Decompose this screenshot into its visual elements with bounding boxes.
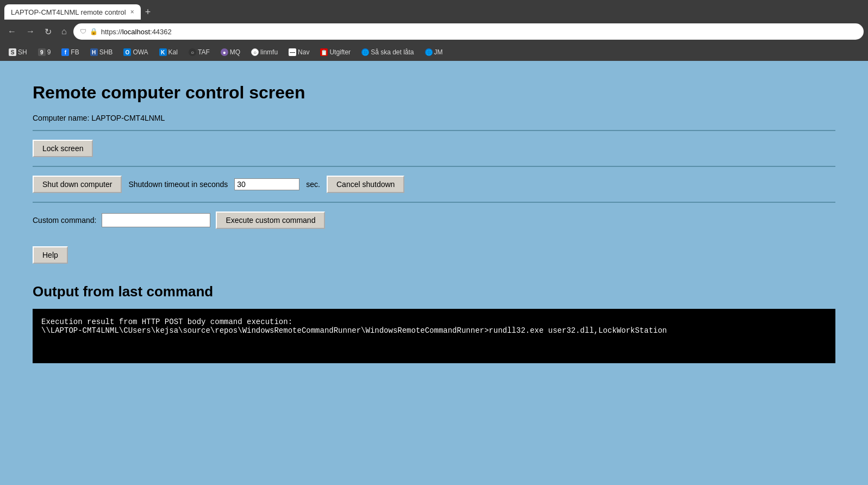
bookmark-taf-label: TAF: [198, 48, 210, 56]
bookmark-jm-label: JM: [434, 48, 443, 56]
lock-screen-button[interactable]: Lock screen: [33, 140, 93, 157]
lock-screen-section: Lock screen: [33, 130, 835, 166]
refresh-button[interactable]: ↻: [41, 24, 55, 39]
address-port: :44362: [150, 28, 172, 36]
bookmark-fb-icon: f: [61, 48, 69, 56]
bookmark-taf[interactable]: ○ TAF: [184, 47, 214, 58]
page-content: Remote computer control screen Computer …: [0, 61, 868, 485]
shutdown-button[interactable]: Shut down computer: [33, 176, 122, 193]
bookmark-owa-label: OWA: [133, 48, 148, 56]
bookmark-mq[interactable]: ● MQ: [216, 47, 245, 58]
bookmark-owa[interactable]: O OWA: [119, 47, 152, 58]
address-prefix: https://: [101, 28, 122, 36]
bookmark-shb-label: SHB: [99, 48, 113, 56]
output-heading: Output from last command: [33, 283, 835, 300]
computer-name-value: LAPTOP-CMT4LNML: [91, 114, 165, 122]
shutdown-section: Shut down computer Shutdown timeout in s…: [33, 166, 835, 202]
active-tab[interactable]: LAPTOP-CMT4LNML remote control ×: [4, 4, 141, 20]
computer-name: Computer name: LAPTOP-CMT4LNML: [33, 114, 835, 122]
bookmark-jm[interactable]: 🌐 JM: [421, 47, 447, 58]
computer-name-label: Computer name:: [33, 114, 91, 122]
help-button[interactable]: Help: [33, 246, 68, 264]
output-box: Execution result from HTTP POST body com…: [33, 309, 835, 363]
bookmark-sh-icon: S: [9, 48, 16, 56]
nav-bar: ← → ↻ ⌂ 🛡 🔒 https://localhost:44362: [0, 20, 868, 43]
custom-command-input[interactable]: [102, 213, 210, 227]
bookmark-utgifter-label: Utgifter: [329, 48, 351, 56]
bookmark-mq-icon: ●: [221, 48, 228, 56]
tab-title: LAPTOP-CMT4LNML remote control: [11, 8, 126, 16]
bookmark-mq-label: MQ: [230, 48, 240, 56]
custom-command-row: Custom command: Execute custom command: [33, 212, 835, 229]
bookmark-kal-label: Kal: [168, 48, 178, 56]
shield-icon: 🛡: [80, 28, 86, 35]
bookmark-nav-label: Nav: [298, 48, 309, 56]
new-tab-button[interactable]: +: [141, 7, 155, 18]
bookmark-utgifter[interactable]: 📋 Utgifter: [316, 47, 355, 58]
bookmark-saska-icon: 🌐: [361, 48, 369, 56]
bookmark-nav[interactable]: — Nav: [284, 47, 314, 58]
bookmark-saska-label: Så ska det låta: [371, 48, 414, 56]
bookmark-9-label: 9: [47, 48, 51, 56]
bookmark-taf-icon: ○: [189, 48, 196, 56]
shutdown-row: Shut down computer Shutdown timeout in s…: [33, 176, 835, 193]
bookmark-linmfu[interactable]: ○ linmfu: [247, 47, 282, 58]
address-host: localhost: [122, 28, 150, 36]
bookmark-utgifter-icon: 📋: [320, 48, 328, 56]
bookmark-fb-label: FB: [71, 48, 79, 56]
address-bar[interactable]: 🛡 🔒 https://localhost:44362: [73, 23, 864, 40]
bookmarks-bar: S SH 9 9 f FB H SHB O OWA K Kal ○ TAF ●: [0, 43, 868, 61]
lock-icon: 🔒: [90, 28, 98, 35]
bookmark-shb[interactable]: H SHB: [86, 47, 117, 58]
back-button[interactable]: ←: [4, 24, 20, 39]
cancel-shutdown-button[interactable]: Cancel shutdown: [327, 176, 404, 193]
home-button[interactable]: ⌂: [58, 24, 70, 39]
bookmark-saska[interactable]: 🌐 Så ska det låta: [357, 47, 418, 58]
browser-chrome: LAPTOP-CMT4LNML remote control × + ← → ↻…: [0, 0, 868, 61]
bookmark-fb[interactable]: f FB: [57, 47, 83, 58]
bookmark-owa-icon: O: [123, 48, 131, 56]
tab-bar: LAPTOP-CMT4LNML remote control × +: [0, 0, 868, 20]
bookmark-linmfu-icon: ○: [251, 48, 259, 56]
custom-command-label: Custom command:: [33, 216, 96, 225]
forward-button[interactable]: →: [23, 24, 38, 39]
bookmark-nav-icon: —: [289, 48, 296, 56]
shutdown-timeout-input[interactable]: [234, 178, 299, 190]
bookmark-jm-icon: 🌐: [425, 48, 433, 56]
custom-command-section: Custom command: Execute custom command: [33, 202, 835, 238]
bookmark-linmfu-label: linmfu: [260, 48, 278, 56]
execute-command-button[interactable]: Execute custom command: [216, 212, 325, 229]
shutdown-timeout-label: Shutdown timeout in seconds: [128, 180, 228, 189]
bookmark-kal[interactable]: K Kal: [155, 47, 182, 58]
bookmark-sh[interactable]: S SH: [4, 47, 32, 58]
bookmark-shb-icon: H: [90, 48, 98, 56]
help-section: Help: [33, 238, 835, 272]
bookmark-9-icon: 9: [38, 48, 46, 56]
page-title: Remote computer control screen: [33, 83, 835, 103]
address-text: https://localhost:44362: [101, 28, 172, 36]
bookmark-kal-icon: K: [159, 48, 167, 56]
bookmark-9[interactable]: 9 9: [34, 47, 55, 58]
sec-label: sec.: [306, 180, 320, 189]
bookmark-sh-label: SH: [18, 48, 27, 56]
tab-close-btn[interactable]: ×: [130, 8, 134, 16]
